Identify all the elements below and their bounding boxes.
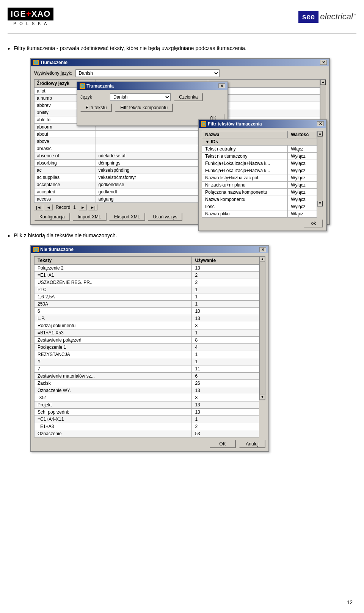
display-language-select[interactable]: Danish [75,69,220,77]
filter-dialog-close[interactable]: ✕ [317,121,324,126]
list-item[interactable]: Funkcja+Lokalizacja+Nazwa k...Wyłącz [202,167,317,174]
list-item[interactable]: Tekst nie tłumaczonyWyłącz [202,152,317,160]
untrans-usage: 6 [192,373,259,380]
filter-ok-btn[interactable]: ok [304,219,323,227]
untranslated-close[interactable]: ✕ [259,247,266,252]
untrans-col-texts: Teksty [35,257,192,265]
filter-name: Tekst neutralny [202,145,288,152]
list-item[interactable]: Nazwa komponentuWyłącz [202,196,317,203]
import-xml-btn[interactable]: Import XML [72,213,107,221]
nav-next-btn[interactable]: ► [79,204,87,210]
filter-value: Wyłącz [288,181,317,188]
filter-name: Połączona nazwa komponentu [202,188,288,196]
untrans-scrollbar[interactable]: ▲ ▼ [259,256,265,400]
translation-dialog: 🌐 Tłumaczenie ✕ Wyświetlony język: Danis… [30,58,330,225]
cell-src: access [35,195,96,202]
page-header: IGE+XAO P O L S K A see electrical™ [8,4,356,34]
inner-dialog-close[interactable]: ✕ [218,83,225,88]
list-item[interactable]: Oznaczenie WY.13 [35,387,259,394]
list-item[interactable]: Projekt13 [35,401,259,409]
language-select[interactable]: Danish [110,93,171,101]
filter-scroll-down[interactable]: ▼ [317,201,323,206]
konfiguracja-btn[interactable]: Konfiguracja [34,213,70,221]
filter-name: Funkcja+Lokalizacja+Nazwa k... [202,167,288,174]
cell-danish [96,145,208,152]
filter-scroll-up[interactable]: ▲ [317,131,323,136]
list-item[interactable]: Zacisk26 [35,380,259,387]
list-item[interactable]: -X513 [35,394,259,401]
untrans-usage: 1 [192,351,259,358]
list-item[interactable]: Nazwa plikuWłącz [202,210,317,217]
untranslated-title: Nie tłumaczone [40,247,74,252]
cell-src: acceptance [35,181,96,188]
display-language-row: Wyświetlony język: Danish [34,69,326,77]
untrans-usage: 26 [192,380,259,387]
filter-value: Wyłącz [288,167,317,174]
filter-value: Wyłącz [288,160,317,167]
cell-danish: vekselspćnding [96,166,208,174]
filter-col-name: Nazwa [202,131,288,138]
list-item[interactable]: Sch. poprzedni:13 [35,409,259,416]
cell-danish: udeladelse af [96,152,208,159]
untrans-scroll-down[interactable]: ▼ [260,395,265,400]
list-item[interactable]: Podłączenie 14 [35,344,259,351]
list-item[interactable]: USZKODZENIE REG. PR...2 [35,279,259,286]
untrans-usage: 11 [192,365,259,373]
untrans-text: L.P. [35,315,192,322]
translation-dialog-titlebar: 🌐 Tłumaczenie ✕ [31,59,329,66]
list-item[interactable]: 1,6-2,5A1 [35,293,259,301]
filter-scroll-track [317,136,323,201]
untrans-cancel-btn[interactable]: Anuluj [239,440,265,448]
untrans-col-usage: Używanie [192,257,259,265]
list-item[interactable]: Y1 [35,358,259,365]
list-item[interactable]: Rodzaj dokumentu3 [35,322,259,329]
filter-name: Nr zacisku+nr planu [202,181,288,188]
untrans-text: USZKODZENIE REG. PR... [35,279,192,286]
translation-dialog-close[interactable]: ✕ [320,60,327,65]
untrans-usage: 10 [192,308,259,315]
filter-name: Nazwa komponentu [202,196,288,203]
cell-src: accepted [35,188,96,195]
list-item[interactable]: 711 [35,365,259,373]
list-item[interactable]: L.P.13 [35,315,259,322]
list-item[interactable]: REZYSTANCJA1 [35,351,259,358]
eksport-xml-btn[interactable]: Eksport XML [109,213,146,221]
list-item[interactable]: =E1+A32 [35,423,259,430]
untrans-scroll-up[interactable]: ▲ [260,257,265,262]
logo-ige-text: IGE+XAO [8,8,53,20]
list-item[interactable]: Nr zacisku+nr planuWyłącz [202,181,317,188]
list-item[interactable]: Połączona nazwa komponentuWyłącz [202,188,317,196]
usun-wszys-btn[interactable]: Usuń wszys [147,213,182,221]
list-item[interactable]: PLC1 [35,286,259,293]
inner-dialog-icon: 🌐 [80,83,85,89]
list-item[interactable]: =B1+A1-X531 [35,329,259,337]
list-item[interactable]: 250A1 [35,301,259,308]
list-item[interactable]: Zestawienie połączeń8 [35,337,259,344]
filter-scrollbar[interactable]: ▲ ▼ [317,131,323,207]
nav-prev-btn[interactable]: ◄ [45,204,53,210]
list-item[interactable]: =E1+A12 [35,272,259,279]
list-item[interactable]: IlośćWyłącz [202,203,317,210]
font-btn[interactable]: Czcionka [174,93,203,101]
filter-component-btn[interactable]: Filtr tekstu komponentu [115,103,173,112]
untrans-text: Zestawienie materiałów sz... [35,373,192,380]
list-item[interactable]: Tekst neutralnyWłącz [202,145,317,152]
list-item[interactable]: Oznaczenie53 [35,430,259,437]
untrans-ok-btn[interactable]: OK [209,440,236,448]
list-item[interactable]: Nazwa listy+liczba zac poł.Wyłącz [202,174,317,181]
filter-text-btn[interactable]: Filtr tekstu [80,103,112,112]
titlebar-left: 🌐 Tłumaczenie [33,60,67,65]
scroll-up-btn[interactable]: ▲ [320,80,326,85]
record-label: Record [56,205,71,210]
nav-first-btn[interactable]: |◄ [34,204,43,210]
untrans-usage: 53 [192,430,259,437]
list-item[interactable]: Funkcja+Lokalizacja+Nazwa k...Wyłącz [202,160,317,167]
nav-last-btn[interactable]: ►| [88,204,97,210]
list-item[interactable]: =C1+A4-X111 [35,416,259,423]
untrans-table-container: Teksty Używanie Połączenie 213=E1+A12USZ… [34,256,259,437]
untranslated-titlebar-left: 🌐 Nie tłumaczone [33,247,74,252]
list-item[interactable]: Połączenie 213 [35,265,259,272]
list-item[interactable]: 610 [35,308,259,315]
translations-inner-titlebar: 🌐 Tłumaczenia ✕ [77,82,228,90]
list-item[interactable]: Zestawienie materiałów sz...6 [35,373,259,380]
